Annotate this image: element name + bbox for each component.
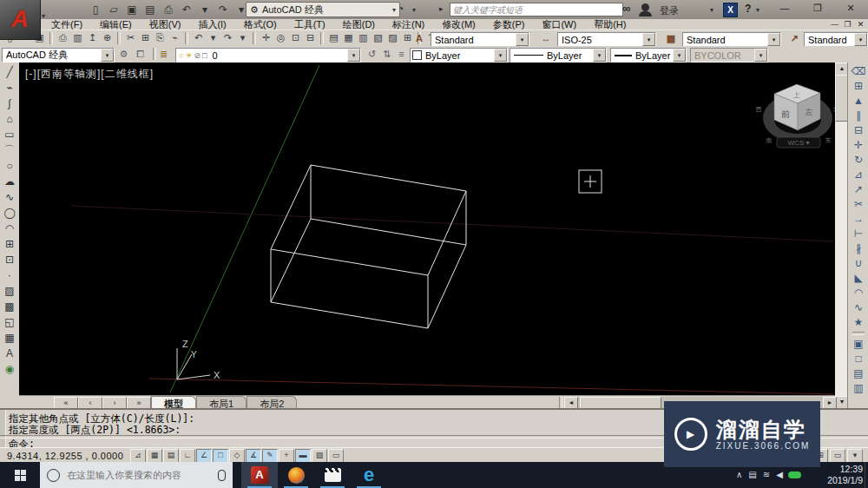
erase-icon[interactable]: ⌫ [851, 64, 866, 79]
cut-icon[interactable]: ✂ [124, 31, 137, 44]
open-icon[interactable]: ▱ [107, 3, 121, 16]
send-under-icon[interactable]: ▥ [851, 381, 866, 396]
menu-modify[interactable]: 修改(M) [434, 19, 483, 30]
bring-to-front-icon[interactable]: ▣ [851, 337, 866, 352]
layer-states-icon[interactable]: ↺ [365, 48, 379, 61]
mleader-style-icon[interactable]: ↗ [786, 32, 802, 45]
properties-icon[interactable]: ▤ [327, 31, 340, 44]
ellipse-arc-icon[interactable]: ◠ [2, 221, 17, 236]
redo-icon[interactable]: ↷ [216, 3, 230, 16]
start-button[interactable] [0, 462, 40, 488]
workspace-combo[interactable]: AutoCAD 经典 ▾ [2, 48, 115, 63]
lineweight-toggle[interactable]: ▬ [295, 449, 311, 463]
dynamic-input-toggle[interactable]: + [279, 449, 294, 463]
circle-icon[interactable]: ○ [2, 158, 17, 174]
drawing-canvas[interactable]: [-][西南等轴测][二维线框] [19, 63, 835, 395]
line-icon[interactable]: ╱ [2, 64, 17, 80]
layer-combo[interactable]: ○☀⊘□ 0 ▾ [175, 48, 361, 63]
vertical-scrollbar[interactable]: ▲ ▼ [835, 63, 847, 408]
menu-window[interactable]: 窗口(W) [534, 19, 584, 30]
blend-curves-icon[interactable]: ∿ [851, 300, 866, 315]
volume-icon[interactable]: ◀ [776, 468, 783, 482]
workspace-status-icon[interactable]: ▭ [830, 449, 845, 463]
tab-model[interactable]: 模型 [151, 396, 196, 409]
send-to-back-icon[interactable]: □ [851, 352, 866, 366]
object-snap-tracking-toggle[interactable]: ∡ [246, 449, 261, 463]
chevron-down-icon[interactable]: ▾ [673, 49, 686, 62]
extend-icon[interactable]: → [851, 212, 866, 227]
ortho-mode-toggle[interactable]: ∟ [180, 449, 195, 463]
taskbar-media-button[interactable] [278, 462, 314, 488]
dim-style-icon[interactable]: ↔ [538, 32, 554, 45]
transparency-toggle[interactable]: ▨ [312, 449, 327, 463]
network-icon[interactable]: ≋ [763, 468, 770, 482]
fillet-icon[interactable]: ◠ [851, 286, 866, 300]
coordinates-readout[interactable]: 9.4314, 12.9255 , 0.0000 [7, 451, 123, 461]
designcenter-icon[interactable]: ▦ [342, 31, 355, 44]
tab-layout2[interactable]: 布局2 [247, 396, 297, 409]
offset-icon[interactable]: ∥ [851, 109, 866, 123]
tab-layout1[interactable]: 布局1 [196, 396, 247, 409]
copy-icon[interactable]: ⊞ [851, 79, 866, 94]
chevron-down-icon[interactable]: ▾ [642, 33, 655, 46]
menu-help[interactable]: 帮助(H) [586, 19, 634, 30]
polyline-icon[interactable]: ∫ [2, 96, 17, 111]
multiline-text-icon[interactable]: A [2, 346, 17, 361]
infer-constraints-toggle[interactable]: ⊿ [130, 449, 146, 463]
taskbar-video-button[interactable] [314, 462, 351, 488]
zoom-window-icon[interactable]: ⊡ [289, 31, 302, 44]
layer-isolate-icon[interactable]: ⇅ [379, 48, 394, 61]
pan-icon[interactable]: ✛ [260, 31, 273, 44]
qnew-icon[interactable]: ▯ [89, 3, 102, 16]
gradient-icon[interactable]: ▩ [2, 299, 17, 314]
dynamic-ucs-toggle[interactable]: ✎ [262, 449, 278, 463]
zoom-previous-icon[interactable]: ⊟ [304, 31, 317, 44]
quick-properties-toggle[interactable]: ▭ [328, 449, 344, 463]
break-at-point-icon[interactable]: ⊢ [851, 227, 866, 241]
taskbar-edge-button[interactable]: e [351, 462, 387, 488]
explode-icon[interactable]: ★ [851, 315, 866, 330]
doc-restore-button[interactable]: ❐ [843, 19, 852, 30]
taskbar-search[interactable] [40, 462, 233, 488]
undo-icon[interactable]: ↶ [192, 31, 205, 44]
doc-close-button[interactable]: ✕ [856, 19, 865, 30]
save-icon[interactable]: ▣ [125, 3, 139, 16]
chevron-down-icon[interactable]: ▾ [767, 33, 780, 46]
sheet-set-manager-icon[interactable]: ▧ [372, 31, 385, 44]
hatch-icon[interactable]: ▨ [2, 283, 17, 299]
chevron-down-icon[interactable]: ▾ [710, 6, 713, 14]
chevron-down-icon[interactable]: ▾ [756, 6, 760, 14]
insert-block-icon[interactable]: ⊞ [2, 236, 17, 252]
battery-icon[interactable] [788, 472, 801, 478]
show-desktop-button[interactable] [865, 462, 868, 488]
wipeout-icon[interactable]: ◉ [2, 361, 17, 377]
region-icon[interactable]: ◱ [2, 314, 17, 330]
chevron-down-icon[interactable]: ▾ [412, 6, 416, 14]
revision-cloud-icon[interactable]: ☁ [2, 174, 17, 189]
menu-edit[interactable]: 编辑(E) [92, 19, 140, 30]
mirror-icon[interactable]: ▲ [851, 94, 866, 109]
redo-dropdown-icon[interactable]: ▾ [236, 31, 249, 44]
communication-center-icon[interactable]: ◔ [398, 3, 404, 15]
polar-tracking-toggle[interactable]: ∠ [196, 449, 212, 463]
chevron-down-icon[interactable]: ▾ [516, 33, 529, 46]
viewcube[interactable]: 西 北 南 东 上 前 左 WCS ▾ [756, 84, 836, 148]
close-button[interactable]: ✕ [844, 3, 858, 14]
application-menu-button[interactable]: A [0, 0, 41, 40]
undo-dropdown-icon[interactable]: ▾ [207, 31, 220, 44]
plot-icon[interactable]: ⎙ [56, 31, 69, 44]
make-block-icon[interactable]: ⊡ [2, 252, 17, 267]
publish-icon[interactable]: ↥ [86, 31, 99, 44]
text-style-icon[interactable]: A [411, 32, 427, 45]
status-menu-icon[interactable]: ▾ [847, 449, 863, 463]
bring-above-icon[interactable]: ▤ [851, 366, 866, 381]
arc-icon[interactable]: ⌒ [2, 142, 17, 158]
chevron-down-icon[interactable]: ▾ [101, 49, 114, 62]
tray-expand-icon[interactable]: ∧ [736, 468, 742, 482]
linetype-combo[interactable]: ByLayer ▾ [510, 48, 607, 63]
lineweight-combo[interactable]: ByLayer ▾ [610, 48, 687, 63]
array-icon[interactable]: ⊟ [851, 123, 866, 138]
layer-color-swatch[interactable]: □ [202, 51, 207, 60]
menu-file[interactable]: 文件(F) [43, 19, 90, 30]
search-icon[interactable]: ∞ [622, 2, 630, 15]
